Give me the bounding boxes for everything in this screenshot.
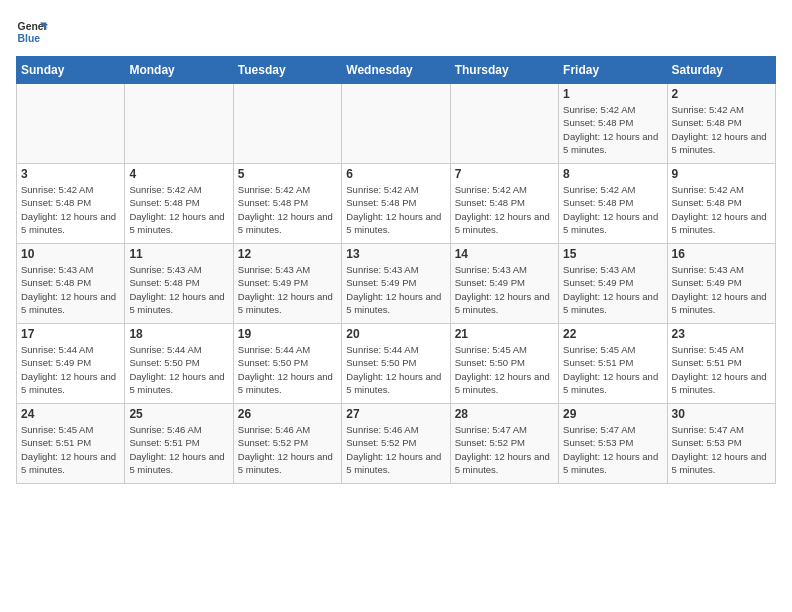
day-info: Sunrise: 5:43 AM Sunset: 5:49 PM Dayligh… xyxy=(455,263,554,316)
calendar-week-row: 24Sunrise: 5:45 AM Sunset: 5:51 PM Dayli… xyxy=(17,404,776,484)
day-info: Sunrise: 5:45 AM Sunset: 5:50 PM Dayligh… xyxy=(455,343,554,396)
day-info: Sunrise: 5:46 AM Sunset: 5:52 PM Dayligh… xyxy=(238,423,337,476)
day-number: 3 xyxy=(21,167,120,181)
day-header-wednesday: Wednesday xyxy=(342,57,450,84)
calendar-cell: 24Sunrise: 5:45 AM Sunset: 5:51 PM Dayli… xyxy=(17,404,125,484)
calendar-cell xyxy=(450,84,558,164)
day-number: 17 xyxy=(21,327,120,341)
logo-icon: General Blue xyxy=(16,16,48,48)
day-info: Sunrise: 5:45 AM Sunset: 5:51 PM Dayligh… xyxy=(563,343,662,396)
day-number: 5 xyxy=(238,167,337,181)
calendar-week-row: 10Sunrise: 5:43 AM Sunset: 5:48 PM Dayli… xyxy=(17,244,776,324)
day-number: 29 xyxy=(563,407,662,421)
day-info: Sunrise: 5:42 AM Sunset: 5:48 PM Dayligh… xyxy=(346,183,445,236)
day-info: Sunrise: 5:44 AM Sunset: 5:50 PM Dayligh… xyxy=(238,343,337,396)
day-number: 14 xyxy=(455,247,554,261)
day-number: 2 xyxy=(672,87,771,101)
calendar-cell: 16Sunrise: 5:43 AM Sunset: 5:49 PM Dayli… xyxy=(667,244,775,324)
calendar-cell: 9Sunrise: 5:42 AM Sunset: 5:48 PM Daylig… xyxy=(667,164,775,244)
day-info: Sunrise: 5:47 AM Sunset: 5:53 PM Dayligh… xyxy=(563,423,662,476)
calendar-cell xyxy=(125,84,233,164)
calendar-cell: 14Sunrise: 5:43 AM Sunset: 5:49 PM Dayli… xyxy=(450,244,558,324)
calendar-table: SundayMondayTuesdayWednesdayThursdayFrid… xyxy=(16,56,776,484)
calendar-cell: 8Sunrise: 5:42 AM Sunset: 5:48 PM Daylig… xyxy=(559,164,667,244)
day-info: Sunrise: 5:43 AM Sunset: 5:49 PM Dayligh… xyxy=(346,263,445,316)
day-number: 23 xyxy=(672,327,771,341)
calendar-cell: 27Sunrise: 5:46 AM Sunset: 5:52 PM Dayli… xyxy=(342,404,450,484)
day-info: Sunrise: 5:47 AM Sunset: 5:53 PM Dayligh… xyxy=(672,423,771,476)
calendar-cell: 19Sunrise: 5:44 AM Sunset: 5:50 PM Dayli… xyxy=(233,324,341,404)
day-header-tuesday: Tuesday xyxy=(233,57,341,84)
day-number: 1 xyxy=(563,87,662,101)
day-info: Sunrise: 5:47 AM Sunset: 5:52 PM Dayligh… xyxy=(455,423,554,476)
day-info: Sunrise: 5:42 AM Sunset: 5:48 PM Dayligh… xyxy=(21,183,120,236)
calendar-week-row: 3Sunrise: 5:42 AM Sunset: 5:48 PM Daylig… xyxy=(17,164,776,244)
day-number: 12 xyxy=(238,247,337,261)
day-header-monday: Monday xyxy=(125,57,233,84)
calendar-cell: 18Sunrise: 5:44 AM Sunset: 5:50 PM Dayli… xyxy=(125,324,233,404)
calendar-cell: 5Sunrise: 5:42 AM Sunset: 5:48 PM Daylig… xyxy=(233,164,341,244)
day-number: 7 xyxy=(455,167,554,181)
day-number: 22 xyxy=(563,327,662,341)
day-info: Sunrise: 5:42 AM Sunset: 5:48 PM Dayligh… xyxy=(672,103,771,156)
calendar-cell: 29Sunrise: 5:47 AM Sunset: 5:53 PM Dayli… xyxy=(559,404,667,484)
day-number: 13 xyxy=(346,247,445,261)
calendar-cell: 2Sunrise: 5:42 AM Sunset: 5:48 PM Daylig… xyxy=(667,84,775,164)
day-info: Sunrise: 5:42 AM Sunset: 5:48 PM Dayligh… xyxy=(238,183,337,236)
calendar-cell: 13Sunrise: 5:43 AM Sunset: 5:49 PM Dayli… xyxy=(342,244,450,324)
calendar-cell: 22Sunrise: 5:45 AM Sunset: 5:51 PM Dayli… xyxy=(559,324,667,404)
day-number: 24 xyxy=(21,407,120,421)
day-number: 9 xyxy=(672,167,771,181)
calendar-cell: 28Sunrise: 5:47 AM Sunset: 5:52 PM Dayli… xyxy=(450,404,558,484)
day-number: 16 xyxy=(672,247,771,261)
page-header: General Blue xyxy=(16,16,776,48)
calendar-cell: 17Sunrise: 5:44 AM Sunset: 5:49 PM Dayli… xyxy=(17,324,125,404)
day-info: Sunrise: 5:43 AM Sunset: 5:49 PM Dayligh… xyxy=(563,263,662,316)
day-number: 26 xyxy=(238,407,337,421)
calendar-cell: 21Sunrise: 5:45 AM Sunset: 5:50 PM Dayli… xyxy=(450,324,558,404)
day-info: Sunrise: 5:42 AM Sunset: 5:48 PM Dayligh… xyxy=(563,103,662,156)
calendar-cell: 7Sunrise: 5:42 AM Sunset: 5:48 PM Daylig… xyxy=(450,164,558,244)
day-info: Sunrise: 5:43 AM Sunset: 5:48 PM Dayligh… xyxy=(129,263,228,316)
day-number: 27 xyxy=(346,407,445,421)
day-info: Sunrise: 5:46 AM Sunset: 5:51 PM Dayligh… xyxy=(129,423,228,476)
calendar-header-row: SundayMondayTuesdayWednesdayThursdayFrid… xyxy=(17,57,776,84)
day-number: 18 xyxy=(129,327,228,341)
day-info: Sunrise: 5:42 AM Sunset: 5:48 PM Dayligh… xyxy=(129,183,228,236)
day-info: Sunrise: 5:42 AM Sunset: 5:48 PM Dayligh… xyxy=(455,183,554,236)
svg-text:Blue: Blue xyxy=(18,33,41,44)
calendar-cell: 6Sunrise: 5:42 AM Sunset: 5:48 PM Daylig… xyxy=(342,164,450,244)
day-header-friday: Friday xyxy=(559,57,667,84)
calendar-week-row: 1Sunrise: 5:42 AM Sunset: 5:48 PM Daylig… xyxy=(17,84,776,164)
calendar-cell: 4Sunrise: 5:42 AM Sunset: 5:48 PM Daylig… xyxy=(125,164,233,244)
calendar-cell: 1Sunrise: 5:42 AM Sunset: 5:48 PM Daylig… xyxy=(559,84,667,164)
day-info: Sunrise: 5:45 AM Sunset: 5:51 PM Dayligh… xyxy=(672,343,771,396)
calendar-cell: 23Sunrise: 5:45 AM Sunset: 5:51 PM Dayli… xyxy=(667,324,775,404)
day-info: Sunrise: 5:46 AM Sunset: 5:52 PM Dayligh… xyxy=(346,423,445,476)
calendar-cell xyxy=(17,84,125,164)
day-header-sunday: Sunday xyxy=(17,57,125,84)
calendar-cell: 30Sunrise: 5:47 AM Sunset: 5:53 PM Dayli… xyxy=(667,404,775,484)
calendar-body: 1Sunrise: 5:42 AM Sunset: 5:48 PM Daylig… xyxy=(17,84,776,484)
calendar-cell: 25Sunrise: 5:46 AM Sunset: 5:51 PM Dayli… xyxy=(125,404,233,484)
day-number: 6 xyxy=(346,167,445,181)
day-info: Sunrise: 5:42 AM Sunset: 5:48 PM Dayligh… xyxy=(563,183,662,236)
calendar-cell xyxy=(233,84,341,164)
day-number: 30 xyxy=(672,407,771,421)
calendar-week-row: 17Sunrise: 5:44 AM Sunset: 5:49 PM Dayli… xyxy=(17,324,776,404)
day-info: Sunrise: 5:43 AM Sunset: 5:49 PM Dayligh… xyxy=(238,263,337,316)
calendar-cell: 11Sunrise: 5:43 AM Sunset: 5:48 PM Dayli… xyxy=(125,244,233,324)
day-number: 21 xyxy=(455,327,554,341)
day-info: Sunrise: 5:43 AM Sunset: 5:49 PM Dayligh… xyxy=(672,263,771,316)
day-number: 20 xyxy=(346,327,445,341)
calendar-cell: 12Sunrise: 5:43 AM Sunset: 5:49 PM Dayli… xyxy=(233,244,341,324)
calendar-cell: 26Sunrise: 5:46 AM Sunset: 5:52 PM Dayli… xyxy=(233,404,341,484)
calendar-cell xyxy=(342,84,450,164)
day-number: 15 xyxy=(563,247,662,261)
day-number: 25 xyxy=(129,407,228,421)
day-header-thursday: Thursday xyxy=(450,57,558,84)
day-number: 19 xyxy=(238,327,337,341)
day-number: 28 xyxy=(455,407,554,421)
calendar-cell: 10Sunrise: 5:43 AM Sunset: 5:48 PM Dayli… xyxy=(17,244,125,324)
day-info: Sunrise: 5:42 AM Sunset: 5:48 PM Dayligh… xyxy=(672,183,771,236)
